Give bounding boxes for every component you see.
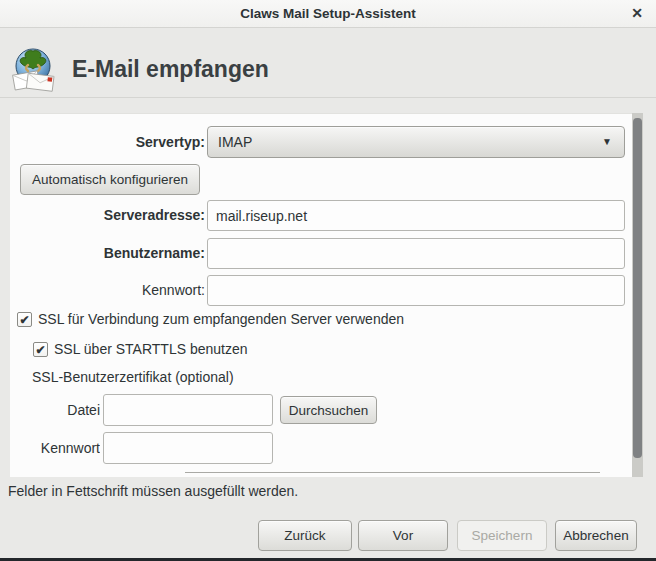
cert-file-label: Datei xyxy=(40,394,100,426)
cert-password-label: Kennwort xyxy=(30,432,100,464)
save-button[interactable]: Speichern xyxy=(457,520,547,551)
check-icon: ✔ xyxy=(35,343,45,357)
cert-password-input[interactable] xyxy=(103,432,273,464)
vertical-scrollbar[interactable] xyxy=(632,113,643,477)
password-label: Kennwort: xyxy=(10,275,205,306)
password-input[interactable] xyxy=(207,275,625,306)
next-button[interactable]: Vor xyxy=(358,520,448,551)
claws-mail-logo-icon xyxy=(10,46,58,94)
server-address-label: Serveradresse: xyxy=(10,200,205,231)
ssl-cert-section-label: SSL-Benutzerzertifikat (optional) xyxy=(32,366,234,388)
servertype-select[interactable]: IMAP ▼ xyxy=(207,126,625,158)
server-address-input[interactable] xyxy=(207,200,625,231)
scrollbar-thumb[interactable] xyxy=(633,118,642,458)
use-ssl-checkbox[interactable]: ✔ xyxy=(17,312,32,327)
servertype-label: Servertyp: xyxy=(10,126,205,158)
servertype-value: IMAP xyxy=(218,134,252,150)
starttls-checkbox[interactable]: ✔ xyxy=(33,342,48,357)
back-button[interactable]: Zurück xyxy=(258,520,352,551)
username-input[interactable] xyxy=(207,238,625,269)
close-icon[interactable]: ✕ xyxy=(626,0,648,28)
bold-fields-note: Felder in Fettschrift müssen ausgefüllt … xyxy=(8,483,298,499)
page-title: E-Mail empfangen xyxy=(72,56,269,83)
scrolled-frame-edge xyxy=(185,472,600,473)
autoconfigure-button[interactable]: Automatisch konfigurieren xyxy=(20,164,200,195)
username-label: Benutzername: xyxy=(10,238,205,269)
titlebar: Claws Mail Setup-Assistent ✕ xyxy=(0,0,656,28)
cert-file-input[interactable] xyxy=(103,394,273,426)
form-scroll-area: Servertyp: IMAP ▼ Automatisch konfigurie… xyxy=(10,113,632,477)
window-title: Claws Mail Setup-Assistent xyxy=(0,0,656,28)
check-icon: ✔ xyxy=(19,313,29,327)
starttls-label[interactable]: SSL über STARTTLS benutzen xyxy=(54,338,248,360)
chevron-down-icon: ▼ xyxy=(602,127,612,157)
browse-button[interactable]: Durchsuchen xyxy=(280,396,377,424)
use-ssl-label[interactable]: SSL für Verbindung zum empfangenden Serv… xyxy=(38,308,404,330)
page-header: E-Mail empfangen xyxy=(0,28,656,98)
setup-assistant-window: Claws Mail Setup-Assistent ✕ xyxy=(0,0,656,561)
cancel-button[interactable]: Abbrechen xyxy=(555,520,637,551)
